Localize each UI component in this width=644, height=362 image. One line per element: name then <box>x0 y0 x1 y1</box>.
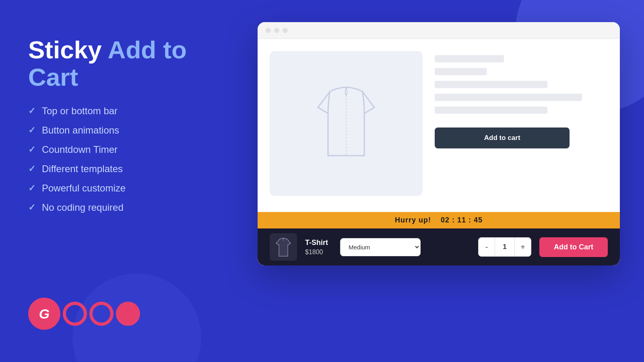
feature-label: Button animations <box>42 125 119 136</box>
feature-item-customize: ✓Powerful customize <box>28 183 201 194</box>
sticky-variant-select[interactable]: Small Medium Large XL <box>340 238 421 256</box>
quantity-plus-button[interactable]: + <box>515 238 531 256</box>
browser-window: Add to cart Hurry up! 02 : 11 : 45 <box>258 22 620 265</box>
feature-label: Powerful customize <box>42 183 126 194</box>
features-list: ✓Top or bottom bar✓Button animations✓Cou… <box>28 105 201 213</box>
check-icon: ✓ <box>28 125 35 136</box>
add-to-cart-main-button[interactable]: Add to cart <box>435 128 570 148</box>
hurry-banner: Hurry up! 02 : 11 : 45 <box>258 212 620 228</box>
logo-letter: G <box>39 306 50 322</box>
feature-label: No coding required <box>42 202 124 213</box>
sticky-product-info: T-Shirt $1800 <box>305 239 328 256</box>
product-desc-1 <box>435 81 547 88</box>
logo-circle-2 <box>89 302 114 326</box>
sticky-add-to-cart-button[interactable]: Add to Cart <box>539 237 608 257</box>
sticky-product-thumbnail <box>270 233 297 261</box>
logo-container: G <box>28 298 140 330</box>
logo-circle-1 <box>63 302 87 326</box>
title-word-sticky: Sticky <box>28 36 102 64</box>
sticky-add-to-cart-bar: T-Shirt $1800 Small Medium Large XL - 1 … <box>258 228 620 265</box>
check-icon: ✓ <box>28 106 35 116</box>
left-panel: Sticky Add to Cart ✓Top or bottom bar✓Bu… <box>28 36 201 213</box>
sticky-product-price: $1800 <box>305 249 328 256</box>
sticky-bar-wrapper: Hurry up! 02 : 11 : 45 T-Shirt $1800 <box>258 212 620 265</box>
logo-circle-3 <box>116 302 140 326</box>
feature-item-no-coding: ✓No coding required <box>28 202 201 213</box>
product-info-area: Add to cart <box>435 51 608 200</box>
product-desc-3 <box>435 107 547 114</box>
check-icon: ✓ <box>28 183 35 193</box>
browser-bar <box>258 22 620 39</box>
feature-item-top-bottom: ✓Top or bottom bar <box>28 105 201 117</box>
product-price-placeholder <box>435 68 487 75</box>
main-title: Sticky Add to Cart <box>28 36 201 91</box>
feature-item-templates: ✓Different templates <box>28 163 201 175</box>
sticky-shirt-icon <box>273 236 293 258</box>
logo: G <box>28 298 140 330</box>
product-title-placeholder <box>435 55 504 62</box>
browser-dot-1 <box>266 28 271 33</box>
browser-dot-3 <box>283 28 288 33</box>
logo-circles <box>63 302 140 326</box>
product-desc-2 <box>435 94 582 101</box>
check-icon: ✓ <box>28 202 35 213</box>
logo-g-icon: G <box>28 298 60 330</box>
feature-item-animations: ✓Button animations <box>28 125 201 136</box>
feature-item-countdown: ✓Countdown Timer <box>28 144 201 155</box>
quantity-value: 1 <box>495 238 515 256</box>
right-panel: Add to cart Hurry up! 02 : 11 : 45 <box>258 22 620 265</box>
quantity-control: - 1 + <box>478 237 531 257</box>
sticky-product-name: T-Shirt <box>305 239 328 247</box>
check-icon: ✓ <box>28 144 35 155</box>
hurry-prefix: Hurry up! <box>395 216 431 224</box>
hurry-timer: 02 : 11 : 45 <box>441 216 483 224</box>
browser-dot-2 <box>274 28 279 33</box>
browser-content: Add to cart <box>258 39 620 212</box>
feature-label: Different templates <box>42 163 123 175</box>
feature-label: Top or bottom bar <box>42 105 118 117</box>
product-image-area <box>270 51 423 196</box>
feature-label: Countdown Timer <box>42 144 118 155</box>
shirt-illustration <box>306 79 386 168</box>
quantity-minus-button[interactable]: - <box>479 238 495 256</box>
check-icon: ✓ <box>28 164 35 174</box>
